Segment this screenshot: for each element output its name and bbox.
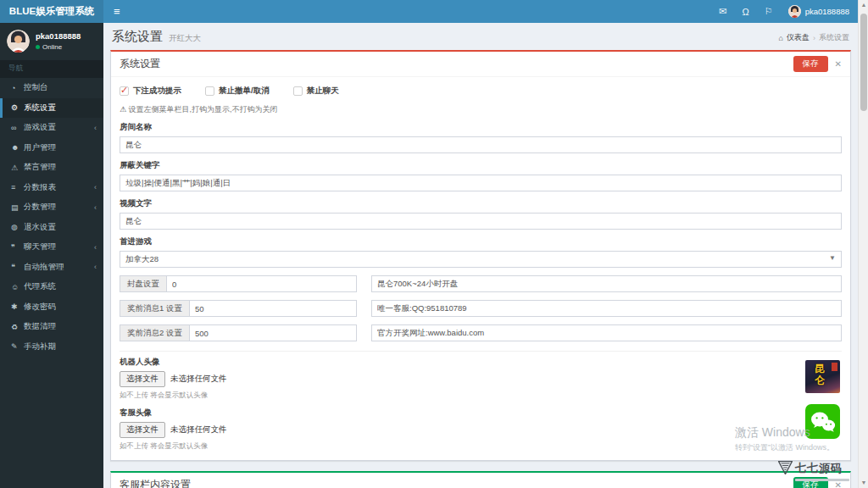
scroll-down-icon[interactable]: ▼	[859, 478, 868, 488]
breadcrumb-dashboard[interactable]: 仪表盘	[787, 32, 810, 43]
vertical-scrollbar[interactable]: ▲ ▼	[858, 0, 868, 488]
seal-setting-row: 封盘设置	[120, 275, 842, 292]
page-subtitle: 开红大大	[169, 33, 201, 42]
service-panel-header: 客服栏内容设置 保存 ✕	[111, 473, 850, 488]
pre-message1-input[interactable]	[189, 300, 357, 317]
red-seal	[832, 363, 837, 371]
video-text-label: 视频文字	[120, 198, 842, 209]
pre-message2-input[interactable]	[189, 324, 357, 341]
chevron-left-icon: ‹	[94, 183, 97, 191]
checkbox-bet-success-tip[interactable]: 下注成功提示	[120, 86, 181, 97]
divider	[120, 351, 842, 352]
sidebar-item-rebate-settings[interactable]: ◍退水设置	[0, 218, 103, 238]
chevron-left-icon: ‹	[94, 263, 97, 271]
checkbox-checked-icon[interactable]	[120, 86, 129, 96]
robot-avatar-label: 机器人头像	[120, 357, 842, 368]
sidebar-nav-header: 导航	[0, 60, 103, 78]
video-text-input[interactable]	[120, 213, 842, 230]
tint-icon: ◍	[11, 223, 24, 231]
navbar-right: ✉ Ω ⚐ pka0188888	[719, 5, 858, 18]
file-status: 未选择任何文件	[170, 424, 227, 435]
pre-message2-addon: 奖前消息2 设置	[120, 324, 189, 341]
avatar-previews: 昆仑	[805, 360, 840, 439]
online-dot-icon	[36, 45, 40, 49]
sidebar-item-data-cleanup[interactable]: ♻数据清理	[0, 317, 103, 337]
breadcrumb-separator: ›	[813, 34, 815, 42]
sidebar-item-mute-management[interactable]: ⚠禁言管理	[0, 158, 103, 178]
official-site-input[interactable]	[371, 324, 842, 341]
scroll-up-icon[interactable]: ▲	[859, 0, 868, 10]
navbar-user-menu[interactable]: pka0188888	[788, 5, 849, 18]
choose-file-button[interactable]: 选择文件	[120, 371, 165, 387]
chat-icon: ❞	[11, 243, 24, 252]
room-name-input[interactable]	[120, 136, 842, 153]
page-title-wrap: 系统设置 开红大大	[112, 29, 201, 45]
seal-setting-input[interactable]	[166, 275, 357, 292]
checkbox-unchecked-icon[interactable]	[205, 86, 214, 96]
chevron-left-icon: ‹	[94, 124, 97, 132]
system-panel-tools: 保存 ✕	[793, 56, 842, 72]
trash-icon: ♻	[11, 323, 24, 331]
sidebar-toggle-icon[interactable]: ≡	[103, 5, 131, 18]
keywords-input[interactable]	[120, 175, 842, 191]
sidebar-item-score-report[interactable]: ≡分数报表‹	[0, 178, 103, 198]
sidebar-item-autobot-management[interactable]: ❝自动拖管理‹	[0, 258, 103, 278]
comment-icon: ❝	[11, 263, 24, 271]
choose-file-button[interactable]: 选择文件	[120, 422, 165, 438]
menu-note: ⚠ 设置左侧菜单栏目,打钩为显示,不打钩为关闭	[120, 104, 842, 115]
bell-icon[interactable]: Ω	[743, 7, 749, 17]
first-game-select[interactable]	[120, 251, 842, 268]
sidebar-item-change-password[interactable]: ✱修改密码	[0, 297, 103, 318]
gear-icon: ✱	[11, 302, 24, 311]
mail-icon[interactable]: ✉	[719, 6, 726, 17]
checkbox-forbid-cancel[interactable]: 禁止撤单/取消	[205, 86, 270, 97]
open-hours-input[interactable]	[371, 275, 842, 292]
user-plus-icon: ☺	[11, 283, 24, 291]
service-qq-input[interactable]	[371, 300, 842, 317]
gamepad-icon: ∞	[11, 124, 24, 132]
save-button[interactable]: 保存	[793, 56, 828, 72]
file-status: 未选择任何文件	[170, 374, 227, 385]
sidebar: pka0188888 Online 导航 ◔控制台 ⚙系统设置 ∞游戏设置‹ ☻…	[0, 23, 103, 488]
source-logo-tagline	[795, 479, 849, 481]
source-logo: 七七源码	[778, 461, 849, 481]
first-game-select-wrap: ▼	[120, 251, 842, 268]
sidebar-item-manual-period[interactable]: ✎手动补期	[0, 337, 103, 358]
scrollbar-thumb[interactable]	[860, 14, 867, 111]
flag-icon[interactable]: ⚐	[765, 6, 773, 17]
system-panel-title: 系统设置	[120, 57, 160, 71]
online-status: Online	[36, 43, 81, 51]
top-bar: BLUE娱乐管理系统 ≡ ✉ Ω ⚐ pka0188888	[0, 0, 858, 23]
breadcrumb-current: 系统设置	[819, 32, 849, 43]
sidebar-item-dashboard[interactable]: ◔控制台	[0, 78, 103, 98]
sidebar-item-agent-system[interactable]: ☺代理系统	[0, 277, 103, 297]
breadcrumb: ⌂ 仪表盘 › 系统设置	[779, 32, 849, 45]
navbar-username: pka0188888	[805, 7, 849, 16]
brand-logo[interactable]: BLUE娱乐管理系统	[0, 0, 103, 23]
close-icon[interactable]: ✕	[835, 480, 842, 488]
checkbox-row: 下注成功提示 禁止撤单/取消 禁止聊天	[120, 86, 842, 97]
source-logo-text: 七七源码	[795, 461, 849, 476]
sidebar-item-chat-management[interactable]: ❞聊天管理‹	[0, 237, 103, 258]
sidebar-item-system-settings[interactable]: ⚙系统设置	[0, 98, 103, 119]
wechat-icon	[810, 411, 836, 433]
checkbox-forbid-chat[interactable]: 禁止聊天	[293, 86, 339, 97]
navbar: ≡ ✉ Ω ⚐ pka0188888	[103, 0, 858, 23]
sidebar-item-game-settings[interactable]: ∞游戏设置‹	[0, 118, 103, 138]
robot-avatar-upload: 机器人头像 选择文件 未选择任何文件 如不上传 将会显示默认头像	[120, 357, 842, 401]
sidebar-item-score-management[interactable]: ▤分数管理‹	[0, 197, 103, 218]
wechat-avatar-image[interactable]	[805, 404, 840, 439]
sidebar-item-user-management[interactable]: ☻用户管理	[0, 138, 103, 158]
content-header: 系统设置 开红大大 ⌂ 仪表盘 › 系统设置	[103, 23, 858, 50]
robot-avatar-image[interactable]: 昆仑	[805, 360, 840, 393]
triangle-logo-icon	[778, 461, 793, 474]
dashboard-icon: ◔	[11, 84, 24, 92]
checkbox-unchecked-icon[interactable]	[293, 86, 303, 96]
system-panel-header: 系统设置 保存 ✕	[111, 52, 850, 77]
sidebar-user-panel: pka0188888 Online	[0, 23, 103, 60]
room-name-label: 房间名称	[120, 122, 842, 133]
gears-icon: ⚙	[11, 103, 24, 112]
navbar-avatar	[788, 5, 801, 18]
service-panel-title: 客服栏内容设置	[120, 478, 191, 488]
close-icon[interactable]: ✕	[835, 59, 842, 69]
